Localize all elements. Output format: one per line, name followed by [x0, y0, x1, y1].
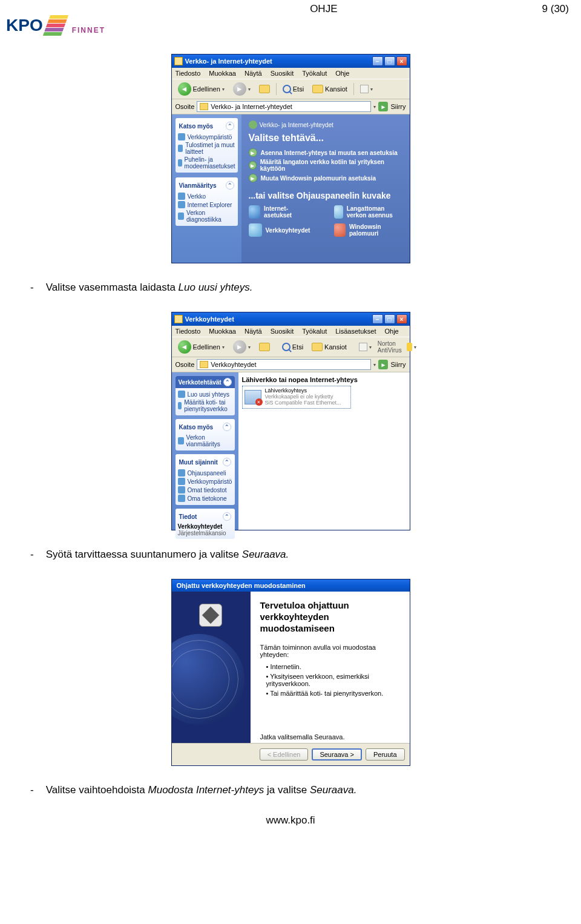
sidebar-item[interactable]: Määritä koti- tai pienyritysverkko — [178, 398, 232, 413]
help-icon — [178, 437, 184, 444]
internet-icon — [249, 205, 261, 219]
folder-up-icon — [259, 343, 270, 351]
go-button[interactable]: ► — [378, 102, 388, 111]
cp-item[interactable]: Langattoman verkon asennus — [334, 205, 402, 219]
minimize-button[interactable]: – — [372, 56, 383, 66]
logo: KPO FINNET — [6, 15, 105, 36]
cp-item[interactable]: Verkkoyhteydet — [249, 223, 310, 237]
chevron-icon[interactable]: ⌃ — [223, 458, 231, 466]
menu-item[interactable]: Muokkaa — [209, 328, 236, 335]
chevron-icon[interactable]: ⌃ — [226, 181, 234, 190]
sidebar-item[interactable]: Puhelin- ja modeemiasetukset — [178, 156, 235, 170]
address-input[interactable]: Verkko- ja Internet-yhteydet — [197, 101, 371, 112]
wizard-titlebar: Ohjattu verkkoyhteyden muodostaminen — [172, 579, 410, 592]
search-icon — [283, 85, 291, 93]
search-button[interactable]: Etsi — [280, 84, 306, 94]
wizard-bullet: Yksityiseen verkkoon, esimerkiksi yritys… — [266, 673, 400, 687]
menu-item[interactable]: Lisäasetukset — [335, 328, 376, 335]
maximize-button[interactable]: □ — [384, 56, 395, 66]
next-button[interactable]: Seuraava > — [312, 748, 362, 761]
sidebar-item[interactable]: Tulostimet ja muut laitteet — [178, 141, 235, 156]
forward-button[interactable]: ►▾ — [231, 339, 253, 355]
cp-heading: ...tai valitse Ohjauspaneelin kuvake — [249, 191, 402, 200]
window-titlebar: Verkkoyhteydet – □ × — [172, 312, 410, 326]
help-icon — [178, 201, 185, 208]
help-icon — [178, 193, 185, 200]
views-button[interactable]: ▾ — [358, 84, 375, 94]
wizard-sidebar-image — [172, 592, 251, 743]
menu-item[interactable]: Ohje — [384, 328, 398, 335]
task-item[interactable]: ►Muuta Windowsin palomuurin asetuksia — [249, 174, 402, 182]
sidebar-item[interactable]: Verkon diagnostiikka — [178, 209, 235, 223]
doc-title: OHJE — [105, 3, 542, 15]
sidebar-item[interactable]: Oma tietokone — [178, 494, 232, 503]
close-button[interactable]: × — [396, 56, 407, 66]
globe-icon — [172, 634, 245, 725]
up-button[interactable] — [257, 342, 272, 352]
menu-item[interactable]: Muokkaa — [209, 70, 236, 77]
task-item[interactable]: ►Määritä langaton verkko kotiin tai yrit… — [249, 159, 402, 172]
sidebar-item[interactable]: Omat tiedostot — [178, 486, 232, 494]
search-icon — [282, 343, 290, 351]
sidebar-details: Tiedot⌃ Verkkoyhteydet Järjestelmäkansio — [176, 509, 235, 539]
menu-item[interactable]: Ohje — [335, 70, 349, 77]
cp-item[interactable]: Windowsin palomuuri — [334, 223, 402, 237]
arrow-icon: ► — [249, 161, 257, 170]
chevron-icon[interactable]: ⌃ — [223, 423, 231, 431]
forward-button[interactable]: ►▾ — [231, 81, 253, 97]
group-heading: Lähiverkko tai nopea Internet-yhteys — [242, 376, 406, 383]
instruction-line: - Syötä tarvittaessa suuntanumero ja val… — [30, 549, 569, 561]
address-input[interactable]: Verkkoyhteydet — [197, 359, 371, 370]
sidebar-item[interactable]: Verkkoympäristö — [178, 477, 232, 486]
folder-icon — [178, 469, 185, 477]
sidebar-item[interactable]: Verkon vianmääritys — [178, 434, 232, 448]
sidebar-item[interactable]: Ohjauspaneeli — [178, 469, 232, 477]
menu-item[interactable]: Tiedosto — [176, 70, 201, 77]
task-item[interactable]: ►Asenna Internet-yhteys tai muuta sen as… — [249, 148, 402, 157]
close-button[interactable]: × — [396, 314, 407, 324]
menu-item[interactable]: Suosikit — [271, 70, 294, 77]
menu-item[interactable]: Näytä — [245, 328, 262, 335]
maximize-button[interactable]: □ — [384, 314, 395, 324]
up-button[interactable] — [257, 84, 272, 94]
search-button[interactable]: Etsi — [280, 342, 306, 352]
sidebar-item-new-connection[interactable]: Luo uusi yhteys — [178, 390, 232, 398]
task-heading: Valitse tehtävä... — [249, 133, 402, 144]
chevron-icon[interactable]: ⌃ — [226, 122, 234, 130]
sidebar-item[interactable]: Verkkoympäristö — [178, 133, 235, 141]
wizard-bullet: Tai määrittää koti- tai pienyritysverkon… — [266, 690, 400, 697]
sidebar-item[interactable]: Verkko — [178, 192, 235, 200]
folder-icon — [312, 85, 323, 93]
window-icon — [174, 57, 183, 65]
wifi-icon — [334, 205, 343, 219]
sidebar-see-also: Katso myös⌃ Verkon vianmääritys — [176, 419, 235, 450]
connection-item[interactable]: × Lähiverkkoyhteys Verkkokaapeli ei ole … — [242, 386, 351, 409]
firewall-icon — [334, 223, 346, 237]
sidebar-other-places: Muut sijainnit⌃ Ohjauspaneeli Verkkoympä… — [176, 454, 235, 505]
folders-button[interactable]: Kansiot — [310, 84, 350, 94]
link-icon — [178, 159, 182, 167]
cp-item[interactable]: Internet-asetukset — [249, 205, 310, 219]
chevron-icon[interactable]: ⌃ — [223, 512, 231, 521]
back-button[interactable]: ◄Edellinen▾ — [176, 339, 227, 355]
menu-item[interactable]: Työkalut — [302, 328, 327, 335]
menu-item[interactable]: Suosikit — [271, 328, 294, 335]
sidebar-item[interactable]: Internet Explorer — [178, 200, 235, 209]
page-number: 9 (30) — [542, 3, 569, 15]
menu-item[interactable]: Näytä — [245, 70, 262, 77]
window-icon — [174, 315, 183, 323]
views-button[interactable]: ▾ — [356, 342, 374, 352]
minimize-button[interactable]: – — [372, 314, 383, 324]
menu-item[interactable]: Työkalut — [302, 70, 327, 77]
menu-bar: Tiedosto Muokkaa Näytä Suosikit Työkalut… — [172, 68, 410, 79]
folders-button[interactable]: Kansiot — [309, 342, 349, 352]
folder-icon — [312, 343, 323, 351]
chevron-icon[interactable]: ⌃ — [223, 378, 232, 386]
screenshot-network-internet: Verkko- ja Internet-yhteydet – □ × Tiedo… — [171, 54, 410, 263]
logo-stripes-icon — [43, 15, 68, 36]
menu-item[interactable]: Tiedosto — [176, 328, 201, 335]
screenshot-wizard: Ohjattu verkkoyhteyden muodostaminen Ter… — [171, 579, 410, 766]
go-button[interactable]: ► — [378, 360, 388, 369]
back-button[interactable]: ◄Edellinen▾ — [176, 81, 227, 97]
cancel-button[interactable]: Peruuta — [366, 748, 405, 761]
